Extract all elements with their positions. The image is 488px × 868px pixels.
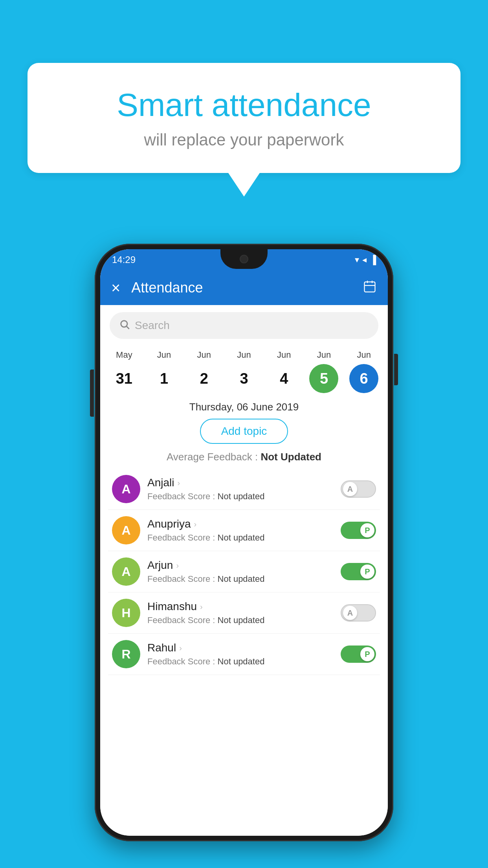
toggle-knob: P	[360, 565, 374, 579]
chevron-icon: ›	[179, 644, 182, 653]
day-month-label: Jun	[237, 350, 251, 360]
phone-frame: 14:29 ▾ ◂ ▐ × Attendance	[95, 244, 393, 841]
student-item[interactable]: AAnjali ›Feedback Score : Not updatedA	[108, 469, 380, 510]
day-number: 6	[349, 364, 378, 393]
search-icon	[119, 319, 130, 333]
calendar-day[interactable]: Jun5	[304, 348, 344, 395]
student-avatar: H	[112, 599, 140, 627]
student-info: Anjali ›Feedback Score : Not updated	[147, 476, 334, 502]
toggle-knob: A	[343, 606, 357, 620]
battery-icon: ▐	[370, 255, 376, 265]
attendance-toggle[interactable]: A	[341, 604, 376, 622]
search-bar[interactable]: Search	[110, 312, 378, 339]
average-feedback: Average Feedback : Not Updated	[100, 451, 388, 463]
app-header: × Attendance	[100, 270, 388, 305]
calendar-strip: May31Jun1Jun2Jun3Jun4Jun5Jun6	[100, 343, 388, 399]
student-item[interactable]: AArjun ›Feedback Score : Not updatedP	[108, 551, 380, 592]
day-number: 4	[270, 364, 299, 393]
student-feedback: Feedback Score : Not updated	[147, 574, 334, 584]
app-content: Search May31Jun1Jun2Jun3Jun4Jun5Jun6 Thu…	[100, 305, 388, 836]
day-month-label: May	[116, 350, 132, 360]
student-feedback: Feedback Score : Not updated	[147, 533, 334, 543]
student-avatar: A	[112, 516, 140, 544]
chevron-icon: ›	[177, 478, 180, 487]
student-avatar: A	[112, 475, 140, 503]
status-time: 14:29	[112, 254, 136, 265]
attendance-toggle[interactable]: A	[341, 480, 376, 498]
day-number: 5	[309, 364, 338, 393]
day-month-label: Jun	[157, 350, 171, 360]
student-item[interactable]: HHimanshu ›Feedback Score : Not updatedA	[108, 592, 380, 634]
svg-point-4	[121, 320, 127, 327]
phone-screen: 14:29 ▾ ◂ ▐ × Attendance	[100, 249, 388, 836]
day-number: 3	[229, 364, 259, 393]
student-feedback: Feedback Score : Not updated	[147, 491, 334, 502]
student-info: Rahul ›Feedback Score : Not updated	[147, 642, 334, 667]
student-name: Himanshu ›	[147, 600, 334, 613]
avg-feedback-label: Average Feedback :	[167, 451, 258, 463]
chevron-icon: ›	[200, 602, 203, 611]
student-name: Anjali ›	[147, 476, 334, 489]
student-name: Anupriya ›	[147, 518, 334, 530]
speech-bubble-subtitle: will replace your paperwork	[55, 131, 433, 149]
selected-date-label: Thursday, 06 June 2019	[100, 401, 388, 413]
close-button[interactable]: ×	[111, 279, 120, 297]
toggle-knob: P	[360, 647, 374, 661]
calendar-day[interactable]: Jun2	[184, 348, 224, 395]
attendance-toggle[interactable]: P	[341, 563, 376, 580]
phone-notch	[220, 249, 268, 269]
calendar-button[interactable]	[363, 280, 377, 296]
status-icons: ▾ ◂ ▐	[355, 255, 376, 265]
calendar-day[interactable]: Jun1	[144, 348, 184, 395]
chevron-icon: ›	[194, 520, 197, 529]
day-number: 31	[110, 364, 139, 393]
student-info: Anupriya ›Feedback Score : Not updated	[147, 518, 334, 543]
app-title: Attendance	[131, 280, 363, 296]
speech-bubble-container: Smart attendance will replace your paper…	[28, 63, 460, 197]
toggle-knob: A	[343, 482, 357, 496]
student-info: Himanshu ›Feedback Score : Not updated	[147, 600, 334, 625]
add-topic-button[interactable]: Add topic	[200, 419, 288, 444]
day-month-label: Jun	[197, 350, 211, 360]
day-number: 2	[189, 364, 218, 393]
toggle-knob: P	[360, 523, 374, 537]
student-list: AAnjali ›Feedback Score : Not updatedAAA…	[100, 469, 388, 675]
student-avatar: A	[112, 557, 140, 586]
calendar-day[interactable]: Jun3	[224, 348, 264, 395]
attendance-toggle[interactable]: P	[341, 522, 376, 539]
calendar-day[interactable]: Jun4	[264, 348, 304, 395]
svg-line-5	[127, 326, 129, 329]
day-number: 1	[150, 364, 179, 393]
attendance-toggle[interactable]: P	[341, 645, 376, 663]
phone-camera	[240, 255, 248, 263]
wifi-icon: ▾	[355, 255, 359, 265]
calendar-day[interactable]: Jun6	[344, 348, 384, 395]
day-month-label: Jun	[277, 350, 291, 360]
day-month-label: Jun	[357, 350, 371, 360]
student-avatar: R	[112, 640, 140, 668]
calendar-day[interactable]: May31	[104, 348, 144, 395]
student-item[interactable]: AAnupriya ›Feedback Score : Not updatedP	[108, 510, 380, 551]
student-name: Rahul ›	[147, 642, 334, 654]
student-info: Arjun ›Feedback Score : Not updated	[147, 559, 334, 584]
search-placeholder: Search	[135, 319, 369, 332]
speech-bubble: Smart attendance will replace your paper…	[28, 63, 460, 173]
student-item[interactable]: RRahul ›Feedback Score : Not updatedP	[108, 634, 380, 675]
student-feedback: Feedback Score : Not updated	[147, 615, 334, 625]
student-name: Arjun ›	[147, 559, 334, 572]
chevron-icon: ›	[176, 561, 179, 570]
svg-rect-0	[365, 282, 375, 292]
speech-bubble-arrow	[228, 173, 260, 197]
phone-container: 14:29 ▾ ◂ ▐ × Attendance	[95, 244, 393, 841]
avg-feedback-value: Not Updated	[261, 451, 321, 463]
student-feedback: Feedback Score : Not updated	[147, 657, 334, 667]
day-month-label: Jun	[317, 350, 331, 360]
signal-icon: ◂	[362, 255, 367, 265]
speech-bubble-title: Smart attendance	[55, 86, 433, 123]
